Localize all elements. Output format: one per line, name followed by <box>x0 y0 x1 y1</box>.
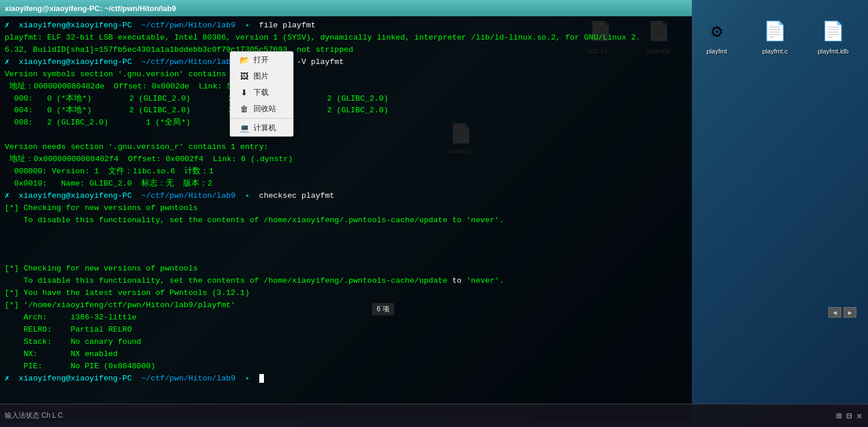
context-menu: 📂 打开 🖼 图片 ⬇ 下载 🗑 回收站 💻 计算机 <box>230 51 294 137</box>
output-file-2: 6.32, BuildID[sha1]=157fb5ec4301a1a1bdde… <box>5 45 353 54</box>
context-menu-open-label: 打开 <box>253 55 269 65</box>
context-menu-download-label: 下载 <box>253 87 269 98</box>
output-readelf-6: Version needs section '.gnu.version_r' c… <box>5 143 269 151</box>
terminal-titlebar: xiaoyifeng@xiaoyifeng-PC: ~/ctf/pwn/Hito… <box>0 0 692 16</box>
context-menu-item-open[interactable]: 📂 打开 <box>230 52 293 68</box>
terminal-body[interactable]: ✗ xiaoyifeng@xiaoyifeng-PC ~/ctf/pwn/Hit… <box>0 16 692 422</box>
playfmt-idb-icon-label: playfmt.idb <box>817 48 848 55</box>
output-checksec-1: [*] Checking for new versions of pwntool… <box>5 204 198 212</box>
output-readelf-3: 000: 0 (*本地*) 2 (GLIBC_2.0) 2 (GLIBC_2.0… <box>5 94 388 103</box>
output-checksec-5: [*] You have the latest version of Pwnto… <box>5 289 249 297</box>
fm-scrollbars: ◀ ▶ <box>828 307 856 318</box>
output-readelf-9: 0x0010: Name: GLIBC_2.0 标志：无 版本：2 <box>5 179 212 188</box>
context-menu-image-label: 图片 <box>253 71 269 81</box>
context-menu-separator <box>230 118 293 119</box>
download-icon: ⬇ <box>240 88 249 97</box>
output-readelf-8: 000000: Version: 1 文件：libc.so.6 计数：1 <box>5 167 213 176</box>
input-method-label: 输入法状态 Ch L C <box>5 411 63 419</box>
output-checksec-3: [*] Checking for new versions of pwntool… <box>5 264 198 273</box>
playfmt-icon: ⚙️ <box>703 17 731 45</box>
context-menu-item-image[interactable]: 🖼 图片 <box>230 68 293 84</box>
prompt-3-user: ✗ xiaoyifeng@xiaoyifeng-PC <box>5 191 132 200</box>
image-icon: 🖼 <box>240 72 249 81</box>
scroll-right-button[interactable]: ▶ <box>844 307 856 318</box>
prompt-2-user: ✗ xiaoyifeng@xiaoyifeng-PC <box>5 58 132 66</box>
output-checksec-arch: Arch: i386-32-little <box>5 313 137 322</box>
prompt-3-path: ~/ctf/pwn/Hiton/lab9 <box>132 191 235 200</box>
playfmt-c-icon: 📄 <box>761 17 789 45</box>
output-readelf-5: 008: 2 (GLIBC_2.0) 1 (*全局*) <box>5 118 191 127</box>
output-checksec-6: [*] '/home/xiaoyifeng/ctf/pwn/Hiton/lab9… <box>5 301 235 309</box>
terminal-title: xiaoyifeng@xiaoyifeng-PC: ~/ctf/pwn/Hito… <box>5 4 176 13</box>
prompt-4-user: ✗ xiaoyifeng@xiaoyifeng-PC <box>5 374 132 383</box>
context-menu-item-download[interactable]: ⬇ 下载 <box>230 84 293 101</box>
cmd-3: checksec playfmt <box>259 191 335 200</box>
scroll-left-button[interactable]: ◀ <box>828 307 841 318</box>
calculator-icon: 💻 <box>240 123 249 133</box>
cursor <box>259 374 264 383</box>
prompt-2-path: ~/ctf/pwn/Hiton/lab9 <box>132 58 235 66</box>
output-checksec-stack: Stack: No canary found <box>5 337 141 346</box>
playfmt-c-icon-label: playfmt.c <box>762 48 788 55</box>
desktop-icon-playfmt[interactable]: ⚙️ playfmt <box>694 17 740 55</box>
file-count-label: 6 项 <box>377 305 390 313</box>
taskbar-icon-1[interactable]: ⊞ <box>836 410 842 422</box>
taskbar: 输入法状态 Ch L C ⊞ ⊟ ✕ <box>0 404 868 427</box>
output-checksec-pie: PIE: No PIE (0x8048000) <box>5 362 155 371</box>
taskbar-icon-2[interactable]: ⊟ <box>846 410 852 422</box>
cmd-1: file playfmt <box>259 21 316 30</box>
desktop-icon-playfmt-c[interactable]: 📄 playfmt.c <box>752 17 798 55</box>
context-menu-item-calculator[interactable]: 💻 计算机 <box>230 120 293 136</box>
taskbar-icon-3[interactable]: ✕ <box>856 410 862 422</box>
output-readelf-7: 地址：0x00000000080482f4 Offset: 0x0002f4 L… <box>5 155 293 163</box>
prompt-4-path: ~/ctf/pwn/Hiton/lab9 <box>132 374 235 383</box>
output-checksec-2: To disable this functionality, set the c… <box>5 216 504 225</box>
output-readelf-4: 004: 0 (*本地*) 2 (GLIBC_2.0) 2 (GLIBC_2.0… <box>5 106 388 115</box>
playfmt-icon-label: playfmt <box>706 48 727 55</box>
terminal-window: xiaoyifeng@xiaoyifeng-PC: ~/ctf/pwn/Hito… <box>0 0 692 422</box>
prompt-1-path: ~/ctf/pwn/Hiton/lab9 <box>132 21 235 30</box>
output-file-1: playfmt: ELF 32-bit LSB executable, Inte… <box>5 33 641 42</box>
open-icon: 📂 <box>240 55 249 65</box>
taskbar-right-icons: ⊞ ⊟ ✕ <box>836 410 868 422</box>
recycle-icon: 🗑 <box>240 104 249 113</box>
context-menu-item-recycle[interactable]: 🗑 回收站 <box>230 101 293 117</box>
taskbar-input-method: 输入法状态 Ch L C <box>0 411 63 421</box>
context-menu-recycle-label: 回收站 <box>253 104 276 114</box>
context-menu-calculator-label: 计算机 <box>253 123 276 133</box>
file-count-bar: 6 项 <box>372 303 394 315</box>
output-checksec-relro: RELRO: Partial RELRO <box>5 325 132 334</box>
output-checksec-4: To disable this functionality, set the c… <box>5 276 504 285</box>
output-checksec-nx: NX: NX enabled <box>5 350 117 358</box>
desktop-icon-playfmt-idb[interactable]: 📄 playfmt.idb <box>810 17 856 55</box>
playfmt-idb-icon: 📄 <box>819 17 847 45</box>
prompt-1-user: ✗ xiaoyifeng@xiaoyifeng-PC <box>5 21 132 30</box>
